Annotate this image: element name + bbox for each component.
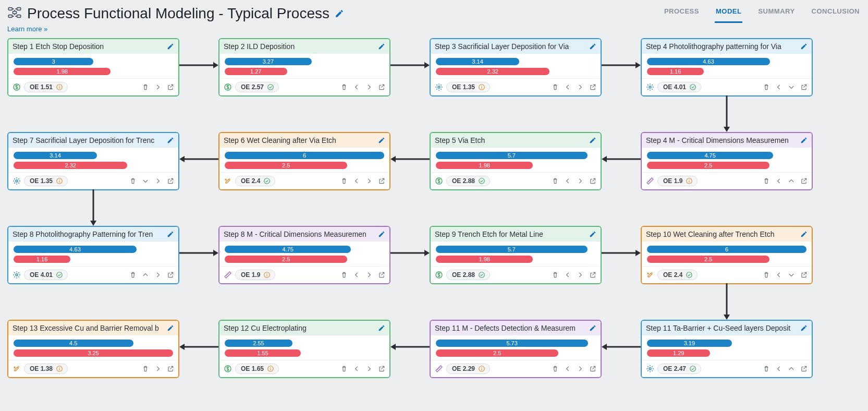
open-button[interactable] <box>378 271 385 279</box>
open-button[interactable] <box>800 177 808 185</box>
edit-title-button[interactable] <box>335 9 344 18</box>
edit-step-button[interactable] <box>800 324 808 332</box>
nav-prev-button[interactable] <box>564 83 571 91</box>
edit-step-button[interactable] <box>167 43 174 50</box>
step-title: Step 9 Trench Etch for Metal Line <box>435 230 543 238</box>
learn-more-link[interactable]: Learn more » <box>7 24 861 38</box>
flow-arrow <box>724 283 730 320</box>
delete-button[interactable] <box>763 365 770 372</box>
delete-button[interactable] <box>552 271 559 279</box>
page-title: Process Functional Modeling - Typical Pr… <box>27 5 329 22</box>
open-button[interactable] <box>800 365 808 372</box>
open-button[interactable] <box>800 271 808 279</box>
nav-next-button[interactable] <box>365 83 373 91</box>
nav-prev-button[interactable] <box>775 177 783 185</box>
tab-conclusion[interactable]: CONCLUSION <box>811 4 861 23</box>
delete-button[interactable] <box>763 177 770 185</box>
nav-prev-button[interactable] <box>775 83 783 91</box>
nav-next-button[interactable] <box>365 365 373 372</box>
step-title: Step 2 ILD Deposition <box>224 42 295 51</box>
delete-button[interactable] <box>142 83 149 91</box>
process-step-card: Step 12 Cu Electroplating2.551.55OE 1.65 <box>218 320 390 378</box>
process-step-card: Step 1 Etch Stop Deposition31.98OE 1.51 <box>7 38 179 96</box>
edit-step-button[interactable] <box>167 231 174 238</box>
delete-button[interactable] <box>552 365 559 372</box>
edit-step-button[interactable] <box>589 231 596 238</box>
info-icon <box>56 177 63 185</box>
edit-step-button[interactable] <box>800 43 808 50</box>
open-button[interactable] <box>167 271 174 279</box>
open-button[interactable] <box>589 83 596 91</box>
nav-next-button[interactable] <box>577 177 584 185</box>
process-step-card: Step 4 Photolithography patterning for V… <box>641 38 813 96</box>
tools-icon <box>646 271 654 279</box>
delete-button[interactable] <box>340 365 348 372</box>
nav-next-button[interactable] <box>154 177 162 185</box>
step-title: Step 13 Excessive Cu and Barrier Removal… <box>13 324 159 332</box>
edit-step-button[interactable] <box>589 43 596 50</box>
nav-prev-button[interactable] <box>353 271 360 279</box>
nav-next-button[interactable] <box>577 271 584 279</box>
open-button[interactable] <box>167 83 174 91</box>
nav-prev-button[interactable] <box>353 83 360 91</box>
gear-icon <box>13 271 21 279</box>
edit-step-button[interactable] <box>800 137 808 144</box>
edit-step-button[interactable] <box>378 231 385 238</box>
nav-up-button[interactable] <box>788 177 795 185</box>
nav-next-button[interactable] <box>154 83 162 91</box>
delete-button[interactable] <box>340 83 348 91</box>
delete-button[interactable] <box>129 271 137 279</box>
tab-model[interactable]: MODEL <box>715 4 742 23</box>
step-title: Step 8 Photolithography Patterning for T… <box>13 230 153 238</box>
edit-step-button[interactable] <box>589 324 596 332</box>
nav-down-button[interactable] <box>142 177 149 185</box>
process-step-card: Step 3 Sacrificial Layer Deposition for … <box>430 38 602 96</box>
nav-next-button[interactable] <box>154 365 162 372</box>
open-button[interactable] <box>378 177 385 185</box>
delete-button[interactable] <box>763 83 770 91</box>
open-button[interactable] <box>167 365 174 372</box>
nav-up-button[interactable] <box>142 271 149 279</box>
nav-next-button[interactable] <box>577 83 584 91</box>
delete-button[interactable] <box>763 271 770 279</box>
nav-prev-button[interactable] <box>564 177 571 185</box>
edit-step-button[interactable] <box>167 137 174 144</box>
edit-step-button[interactable] <box>378 137 385 144</box>
tab-process[interactable]: PROCESS <box>663 4 700 23</box>
flow-arrow <box>179 155 218 161</box>
open-button[interactable] <box>800 83 808 91</box>
nav-prev-button[interactable] <box>353 177 360 185</box>
delete-button[interactable] <box>340 271 348 279</box>
tab-summary[interactable]: SUMMARY <box>757 4 796 23</box>
open-button[interactable] <box>589 177 596 185</box>
delete-button[interactable] <box>142 365 149 372</box>
nav-next-button[interactable] <box>154 271 162 279</box>
edit-step-button[interactable] <box>378 43 385 50</box>
edit-step-button[interactable] <box>589 137 596 144</box>
nav-down-button[interactable] <box>788 83 795 91</box>
nav-up-button[interactable] <box>788 365 795 372</box>
open-button[interactable] <box>589 271 596 279</box>
nav-prev-button[interactable] <box>775 271 783 279</box>
nav-prev-button[interactable] <box>353 365 360 372</box>
nav-prev-button[interactable] <box>564 365 571 372</box>
nav-next-button[interactable] <box>577 365 584 372</box>
open-button[interactable] <box>378 365 385 372</box>
nav-next-button[interactable] <box>365 271 373 279</box>
nav-prev-button[interactable] <box>775 365 783 372</box>
delete-button[interactable] <box>552 83 559 91</box>
nav-down-button[interactable] <box>788 271 795 279</box>
nav-prev-button[interactable] <box>564 271 571 279</box>
open-button[interactable] <box>378 83 385 91</box>
open-button[interactable] <box>167 177 174 185</box>
edit-step-button[interactable] <box>378 324 385 332</box>
open-button[interactable] <box>589 365 596 372</box>
nav-next-button[interactable] <box>365 177 373 185</box>
process-step-card: Step 6 Wet Cleaning after Via Etch62.5OE… <box>218 132 390 190</box>
edit-step-button[interactable] <box>167 324 174 332</box>
check-icon <box>267 83 274 91</box>
delete-button[interactable] <box>340 177 348 185</box>
delete-button[interactable] <box>552 177 559 185</box>
delete-button[interactable] <box>129 177 137 185</box>
edit-step-button[interactable] <box>800 231 808 238</box>
